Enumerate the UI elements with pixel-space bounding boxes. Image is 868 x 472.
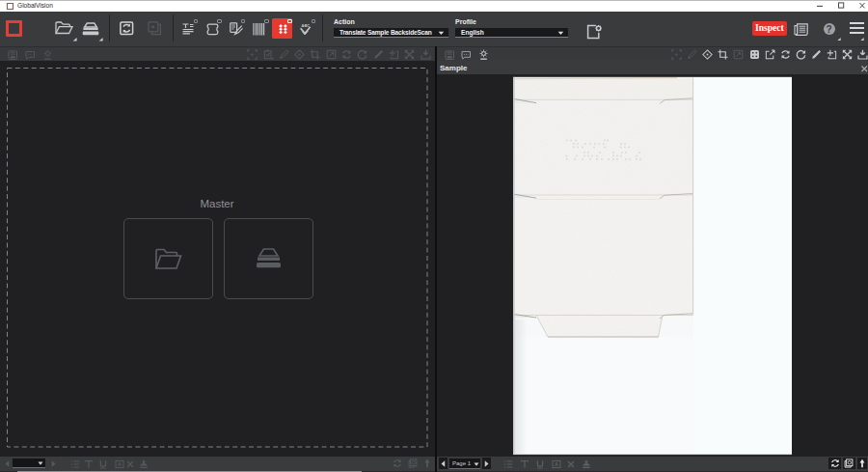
svg-text:ABC: ABC — [301, 23, 310, 28]
